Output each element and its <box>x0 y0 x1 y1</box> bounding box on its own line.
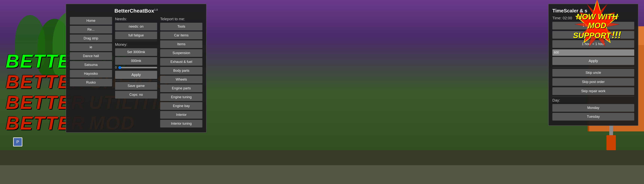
satsuma-btn[interactable]: Satsuma <box>70 61 112 69</box>
money-slider[interactable] <box>118 67 157 68</box>
panel-title: BetterCheatBox1.0 <box>70 8 202 14</box>
items-btn[interactable]: Items <box>160 40 202 48</box>
dance-hall-btn[interactable]: Dance hall <box>70 52 112 60</box>
needs-money-column: Needs: needs: on full fatigue Money: Set… <box>115 17 157 128</box>
interior-btn[interactable]: Interior <box>160 111 202 119</box>
drag-strip-btn[interactable]: Drag strip <box>70 34 112 42</box>
set-3000mk-btn[interactable]: Set 3000mk <box>115 48 157 56</box>
cops-status-btn[interactable]: Cops: no <box>115 91 157 98</box>
divider-2 <box>115 80 157 80</box>
engine-parts-btn[interactable]: Engine parts <box>160 84 202 92</box>
engine-tuning-btn[interactable]: Engine tuning <box>160 93 202 101</box>
money-label: Money: <box>115 42 157 47</box>
starburst-line3: SUPPORT!!! <box>573 30 621 40</box>
teleport-column: Teleport to me: Tools Car items Items Su… <box>160 17 202 128</box>
apply-time-btn[interactable]: Apply <box>552 57 634 65</box>
day-label: Day: <box>552 98 634 102</box>
ie-btn[interactable]: ie <box>70 43 112 51</box>
teleport-label: Teleport to me: <box>160 17 202 21</box>
home-btn[interactable]: Home <box>70 17 112 24</box>
rusko-btn[interactable]: Rusko <box>70 79 112 86</box>
wheels-btn[interactable]: Wheels <box>160 76 202 83</box>
money-slider-container: 0 <box>115 66 157 69</box>
panel-version: 1.0 <box>154 8 158 11</box>
set-1000mk-btn[interactable]: 000mk <box>115 57 157 65</box>
time-divider-2 <box>552 96 634 97</box>
restart-engine-btn[interactable]: Re... <box>70 26 112 34</box>
suspension-btn[interactable]: Suspension <box>160 49 202 57</box>
tuesday-btn[interactable]: Tuesday <box>552 113 634 120</box>
full-fatigue-btn[interactable]: full fatigue <box>115 32 157 39</box>
hayosiko-btn[interactable]: Hayosiko <box>70 70 112 78</box>
skip-uncle-btn[interactable]: Skip uncle <box>552 69 634 76</box>
main-panel: BetterCheatBox1.0 Home Re... Drag strip … <box>66 4 206 133</box>
skip-post-order-btn[interactable]: Skip post order <box>552 78 634 86</box>
starburst-badge: NOW WITH MOD SUPPORT!!! <box>565 0 629 54</box>
starburst-line2: MOD <box>588 21 606 30</box>
exhaust-fuel-btn[interactable]: Exhaust & fuel <box>160 58 202 66</box>
tools-btn[interactable]: Tools <box>160 23 202 30</box>
panel-columns: Home Re... Drag strip ie Dance hall Sats… <box>70 17 202 128</box>
skip-repair-work-btn[interactable]: Skip repair work <box>552 87 634 95</box>
save-game-btn[interactable]: Save game <box>115 82 157 90</box>
bg-mailbox <box>606 135 616 150</box>
starburst-line1: NOW WITH <box>576 12 618 21</box>
body-parts-btn[interactable]: Body parts <box>160 67 202 74</box>
car-items-btn[interactable]: Car items <box>160 32 202 39</box>
needs-status-btn[interactable]: needs: on <box>115 23 157 30</box>
locations-column: Home Re... Drag strip ie Dance hall Sats… <box>70 17 112 128</box>
starburst-text: NOW WITH MOD SUPPORT!!! <box>565 0 629 54</box>
engine-bay-btn[interactable]: Engine bay <box>160 102 202 110</box>
interior-tuning-btn[interactable]: Interior tuning <box>160 120 202 128</box>
time-divider-1 <box>552 67 634 68</box>
slider-value-label: 0 <box>115 66 117 69</box>
panel-title-text: BetterCheatBox <box>114 8 154 14</box>
apply-money-btn[interactable]: Apply <box>115 71 157 79</box>
monday-btn[interactable]: Monday <box>552 104 634 112</box>
needs-label: Needs: <box>115 17 157 21</box>
divider-1 <box>115 41 157 41</box>
